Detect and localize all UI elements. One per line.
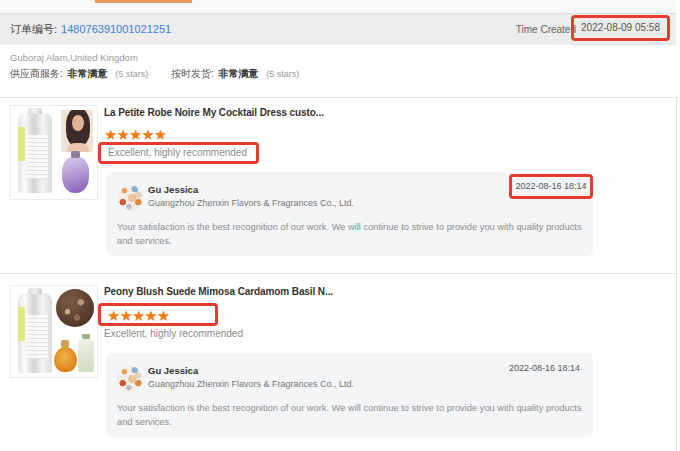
- on-time-shipment-value: 非常满意: [219, 68, 259, 79]
- bottle-label-graphic: [18, 307, 25, 341]
- order-number-line: 订单编号:148076391001021251: [10, 14, 171, 45]
- aluminum-bottle-graphic: [18, 113, 52, 193]
- buyer-comment-2: Excellent, highly recommended: [104, 328, 243, 339]
- reply-date-1-annotation: 2022-08-16 18:14: [509, 174, 593, 199]
- reply-date-2: 2022-08-16 18:14: [509, 363, 580, 373]
- star-rating-1: ★★★★★: [104, 127, 166, 142]
- buyer-name-country: Guboraj Alam,United Kingdom: [10, 52, 138, 63]
- supplier-service-value: 非常满意: [68, 68, 108, 79]
- feedback-page: 订单编号:148076391001021251 Time Created 202…: [0, 0, 680, 451]
- model-photo-graphic: [61, 110, 93, 152]
- tab-strip: [0, 0, 676, 14]
- active-tab-indicator: [95, 0, 192, 3]
- replier-name: Gu Jessica: [148, 365, 198, 376]
- bottle-paper-label-graphic: [26, 135, 48, 179]
- supplier-service-label: 供应商服务:: [10, 68, 63, 79]
- avatar: [117, 366, 143, 392]
- time-created-label: Time Created: [516, 14, 576, 45]
- on-time-shipment-label: 按时发货:: [171, 68, 214, 79]
- order-header-bar: 订单编号:148076391001021251 Time Created 202…: [0, 14, 676, 45]
- reply-body-2: Your satisfaction is the best recognitio…: [117, 401, 582, 429]
- review-item-1: La Petite Robe Noire My Cocktail Dress c…: [0, 97, 676, 273]
- buyer-comment-1-annotation: Excellent, highly recommended: [98, 142, 259, 164]
- green-bottle-graphic: [78, 339, 94, 372]
- replier-company: Guangzhou Zhenxin Flavors & Fragrances C…: [148, 198, 354, 208]
- supplier-reply-2: Gu Jessica Guangzhou Zhenxin Flavors & F…: [106, 353, 593, 437]
- order-number-label: 订单编号:: [10, 23, 57, 35]
- time-created-value-annotation: 2022-08-09 05:58: [571, 15, 670, 41]
- supplier-service-rating: 供应商服务: 非常满意 (5 stars): [10, 67, 148, 81]
- supplier-reply-1: Gu Jessica Guangzhou Zhenxin Flavors & F…: [106, 172, 593, 256]
- content-right-border: [676, 97, 677, 451]
- purple-perfume-bottle-graphic: [62, 157, 89, 193]
- order-number-link[interactable]: 148076391001021251: [61, 23, 171, 35]
- bottle-label-graphic: [18, 127, 25, 161]
- orange-perfume-bottle-graphic: [54, 347, 77, 372]
- bottle-paper-label-graphic: [26, 315, 48, 359]
- on-time-shipment-stars-note: (5 stars): [266, 69, 299, 79]
- replier-name: Gu Jessica: [148, 184, 198, 195]
- product-image-2[interactable]: [10, 285, 98, 378]
- supplier-service-stars-note: (5 stars): [115, 69, 148, 79]
- reply-body-1: Your satisfaction is the best recognitio…: [117, 220, 582, 248]
- star-rating-2-annotation: ★★★★★: [98, 303, 218, 326]
- replier-company: Guangzhou Zhenxin Flavors & Fragrances C…: [148, 379, 354, 389]
- product-image-1[interactable]: [10, 105, 98, 200]
- on-time-shipment-rating: 按时发货: 非常满意 (5 stars): [171, 67, 299, 81]
- product-title-2[interactable]: Peony Blush Suede Mimosa Cardamom Basil …: [104, 286, 333, 297]
- product-title-1[interactable]: La Petite Robe Noire My Cocktail Dress c…: [104, 107, 324, 118]
- review-item-2: Peony Blush Suede Mimosa Cardamom Basil …: [0, 273, 676, 451]
- avatar: [117, 185, 143, 211]
- aluminum-bottle-graphic: [18, 293, 52, 373]
- face-graphic: [72, 115, 84, 131]
- ingredient-photo-graphic: [56, 289, 94, 327]
